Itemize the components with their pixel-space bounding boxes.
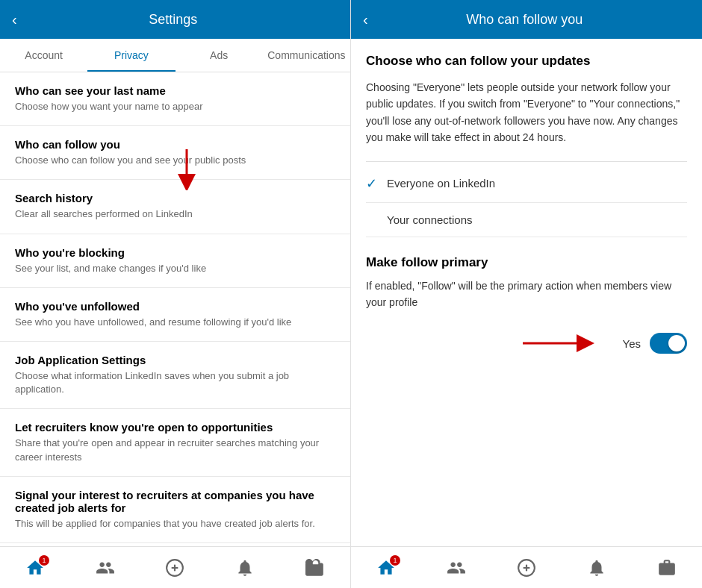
option-connections[interactable]: Your connections	[366, 203, 687, 237]
settings-item-signal-desc: This will be applied for companies that …	[15, 517, 335, 531]
settings-item-title: Who can see your last name	[15, 84, 335, 97]
right-home-badge: 1	[390, 555, 400, 566]
settings-item-unfollowed[interactable]: Who you've unfollowed See who you have u…	[0, 288, 350, 342]
settings-item-unfollowed-title: Who you've unfollowed	[15, 300, 335, 313]
check-icon: ✓	[366, 175, 387, 192]
settings-item-search-history[interactable]: Search history Clear all searches perfor…	[0, 180, 350, 234]
tab-account[interactable]: Account	[0, 39, 87, 72]
settings-item-search-desc: Clear all searches performed on LinkedIn	[15, 207, 335, 221]
right-nav-post[interactable]	[517, 558, 536, 578]
settings-list: Who can see your last name Choose how yo…	[0, 72, 350, 546]
right-nav-network[interactable]	[447, 558, 466, 578]
right-back-button[interactable]: ‹	[363, 11, 368, 28]
home-badge: 1	[39, 555, 49, 566]
follow-section-desc: Choosing "Everyone" lets people outside …	[366, 79, 687, 146]
tab-communications[interactable]: Communications	[263, 39, 350, 72]
right-panel: ‹ Who can follow you Choose who can foll…	[351, 0, 702, 588]
right-nav-home[interactable]: 1	[376, 558, 396, 578]
right-content: Choose who can follow your updates Choos…	[351, 39, 702, 546]
toggle-yes-label: Yes	[623, 337, 641, 350]
settings-item-blocking-title: Who you're blocking	[15, 246, 335, 259]
left-header: ‹ Settings	[0, 0, 350, 39]
settings-item-follow-title: Who can follow you	[15, 138, 335, 151]
settings-item-recruiters-title: Let recruiters know you're open to oppor…	[15, 421, 335, 434]
settings-item-signal-interest[interactable]: Signal your interest to recruiters at co…	[0, 477, 350, 543]
nav-home[interactable]: 1	[25, 558, 45, 578]
settings-item-follow[interactable]: Who can follow you Choose who can follow…	[0, 126, 350, 180]
toggle-row: Yes	[366, 325, 687, 361]
settings-item-unfollowed-desc: See who you have unfollowed, and resume …	[15, 316, 335, 329]
settings-item-sharing-profile[interactable]: Sharing your profile when you click appl…	[0, 543, 350, 546]
right-nav-jobs[interactable]	[657, 558, 677, 578]
nav-jobs[interactable]	[305, 558, 325, 578]
follow-primary-title: Make follow primary	[366, 255, 687, 270]
nav-post[interactable]	[165, 558, 184, 578]
right-header: ‹ Who can follow you	[351, 0, 702, 39]
tab-ads[interactable]: Ads	[176, 39, 263, 72]
settings-item-search-title: Search history	[15, 192, 335, 204]
tabs-bar: Account Privacy Ads Communications	[0, 39, 350, 72]
settings-item-follow-desc: Choose who can follow you and see your p…	[15, 154, 335, 167]
follow-primary-toggle[interactable]	[650, 333, 687, 354]
left-panel: ‹ Settings Account Privacy Ads Communica…	[0, 0, 351, 588]
settings-item-job-title: Job Application Settings	[15, 354, 335, 366]
follow-primary-section: Make follow primary If enabled, "Follow"…	[366, 255, 687, 362]
settings-item-recruiters-desc: Share that you're open and appear in rec…	[15, 437, 335, 463]
left-bottom-nav: 1	[0, 546, 350, 588]
settings-item-recruiters-open[interactable]: Let recruiters know you're open to oppor…	[0, 409, 350, 476]
settings-item-blocking[interactable]: Who you're blocking See your list, and m…	[0, 234, 350, 288]
left-back-button[interactable]: ‹	[12, 11, 17, 28]
tab-privacy[interactable]: Privacy	[87, 39, 175, 72]
option-everyone[interactable]: ✓ Everyone on LinkedIn	[366, 165, 687, 203]
settings-item-job-application[interactable]: Job Application Settings Choose what inf…	[0, 342, 350, 409]
follow-section-title: Choose who can follow your updates	[366, 54, 687, 69]
left-header-title: Settings	[26, 12, 320, 28]
follow-primary-desc: If enabled, "Follow" will be the primary…	[366, 278, 687, 311]
nav-notifications[interactable]	[235, 558, 255, 578]
right-bottom-nav: 1	[351, 546, 702, 588]
right-nav-notifications[interactable]	[587, 558, 606, 578]
option-connections-label: Your connections	[387, 213, 473, 226]
right-header-title: Who can follow you	[377, 12, 672, 28]
divider-top	[366, 161, 687, 162]
option-everyone-label: Everyone on LinkedIn	[387, 177, 495, 190]
settings-item-job-desc: Choose what information LinkedIn saves w…	[15, 369, 335, 396]
settings-item-last-name[interactable]: Who can see your last name Choose how yo…	[0, 72, 350, 126]
settings-item-desc: Choose how you want your name to appear	[15, 100, 335, 113]
settings-item-signal-title: Signal your interest to recruiters at co…	[15, 489, 335, 514]
settings-item-blocking-desc: See your list, and make changes if you'd…	[15, 262, 335, 275]
nav-network[interactable]	[96, 558, 115, 578]
